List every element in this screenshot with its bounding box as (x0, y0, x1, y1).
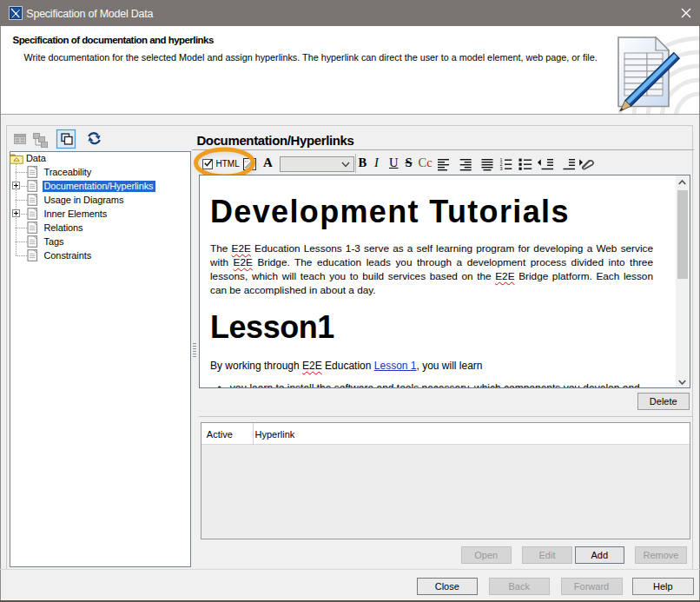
svg-text:3: 3 (500, 166, 503, 171)
